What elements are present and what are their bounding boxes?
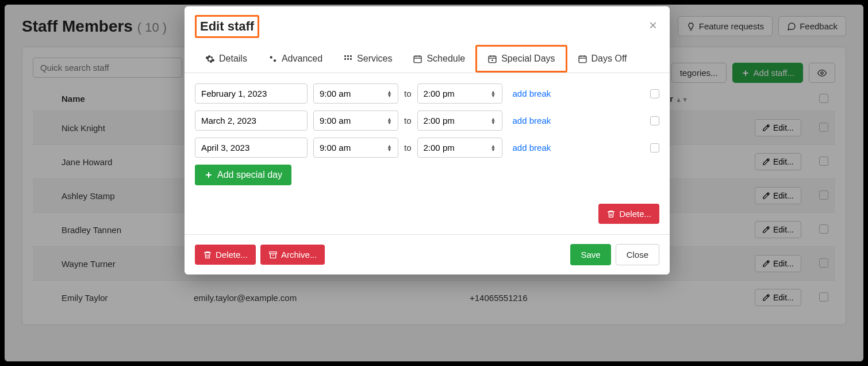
save-button[interactable]: Save: [570, 244, 610, 265]
caret-icon: ▲▼: [387, 144, 392, 151]
day-row-checkbox[interactable]: [650, 89, 659, 98]
calendar-plus-icon: [487, 54, 497, 64]
from-time-value: 9:00 am: [320, 89, 351, 98]
tab-services[interactable]: Services: [333, 45, 402, 73]
caret-icon: ▲▼: [491, 144, 496, 151]
archive-icon: [268, 250, 278, 260]
delete-days-label: Delete...: [619, 209, 651, 219]
from-time-select[interactable]: 9:00 am▲▼: [313, 83, 398, 104]
delete-staff-label: Delete...: [216, 250, 248, 260]
tab-details[interactable]: Details: [195, 45, 258, 73]
tab-schedule-label: Schedule: [427, 54, 465, 64]
special-day-row: 9:00 am▲▼ to 2:00 pm▲▼ add break: [195, 110, 659, 131]
grid-icon: [343, 54, 353, 64]
to-text: to: [404, 116, 412, 125]
calendar-icon: [413, 54, 423, 64]
add-break-link[interactable]: add break: [513, 143, 551, 152]
svg-point-2: [274, 59, 276, 62]
caret-icon: ▲▼: [491, 117, 496, 124]
svg-rect-7: [347, 58, 349, 60]
gears-icon: [268, 54, 278, 64]
tab-details-label: Details: [219, 54, 247, 64]
close-icon[interactable]: ×: [647, 15, 659, 36]
special-day-row: 9:00 am▲▼ to 2:00 pm▲▼ add break: [195, 138, 659, 158]
tab-days-off[interactable]: Days Off: [567, 45, 637, 73]
to-time-value: 2:00 pm: [424, 143, 455, 152]
day-row-checkbox[interactable]: [650, 143, 659, 152]
trash-icon: [606, 209, 616, 219]
to-time-select[interactable]: 2:00 pm▲▼: [417, 138, 502, 158]
date-input[interactable]: [195, 110, 308, 131]
svg-rect-5: [350, 55, 352, 57]
edit-staff-modal: Edit staff × Details Advanced Services S…: [185, 6, 670, 274]
from-time-select[interactable]: 9:00 am▲▼: [313, 110, 398, 131]
to-text: to: [404, 89, 412, 98]
svg-rect-4: [347, 55, 349, 57]
special-day-row: 9:00 am▲▼ to 2:00 pm▲▼ add break: [195, 83, 659, 104]
to-time-select[interactable]: 2:00 pm▲▼: [417, 83, 502, 104]
day-row-checkbox[interactable]: [650, 116, 659, 125]
caret-icon: ▲▼: [387, 117, 392, 124]
tab-days-off-label: Days Off: [592, 54, 627, 64]
svg-rect-12: [270, 251, 276, 253]
svg-rect-3: [344, 55, 346, 57]
archive-staff-label: Archive...: [281, 250, 317, 260]
svg-rect-10: [489, 56, 496, 62]
from-time-value: 9:00 am: [320, 116, 351, 125]
trash-icon: [203, 250, 212, 260]
from-time-select[interactable]: 9:00 am▲▼: [313, 138, 398, 158]
tab-schedule[interactable]: Schedule: [402, 45, 475, 73]
date-input[interactable]: [195, 138, 308, 158]
to-time-value: 2:00 pm: [424, 89, 455, 98]
date-input[interactable]: [195, 83, 308, 104]
gear-icon: [205, 54, 215, 64]
from-time-value: 9:00 am: [320, 143, 351, 152]
to-time-value: 2:00 pm: [424, 116, 455, 125]
tab-advanced[interactable]: Advanced: [258, 45, 333, 73]
caret-icon: ▲▼: [387, 90, 392, 97]
caret-icon: ▲▼: [491, 90, 496, 97]
archive-staff-button[interactable]: Archive...: [260, 245, 325, 265]
delete-staff-button[interactable]: Delete...: [195, 245, 256, 265]
tab-special-days-label: Special Days: [501, 54, 555, 64]
calendar-blank-icon: [578, 54, 587, 64]
svg-rect-9: [414, 56, 422, 62]
plus-icon: [204, 170, 213, 180]
svg-rect-6: [344, 58, 346, 60]
svg-rect-8: [350, 58, 352, 60]
add-special-day-label: Add special day: [217, 170, 282, 180]
modal-title: Edit staff: [195, 15, 259, 38]
delete-days-button[interactable]: Delete...: [598, 204, 659, 224]
tab-services-label: Services: [357, 54, 392, 64]
add-break-link[interactable]: add break: [513, 89, 551, 98]
tab-advanced-label: Advanced: [282, 54, 322, 64]
svg-rect-11: [579, 56, 586, 62]
svg-point-1: [270, 56, 272, 58]
tab-special-days[interactable]: Special Days: [475, 45, 567, 73]
add-special-day-button[interactable]: Add special day: [195, 165, 291, 185]
add-break-link[interactable]: add break: [513, 116, 551, 125]
close-button[interactable]: Close: [616, 244, 659, 265]
to-text: to: [404, 143, 412, 152]
to-time-select[interactable]: 2:00 pm▲▼: [417, 110, 502, 131]
